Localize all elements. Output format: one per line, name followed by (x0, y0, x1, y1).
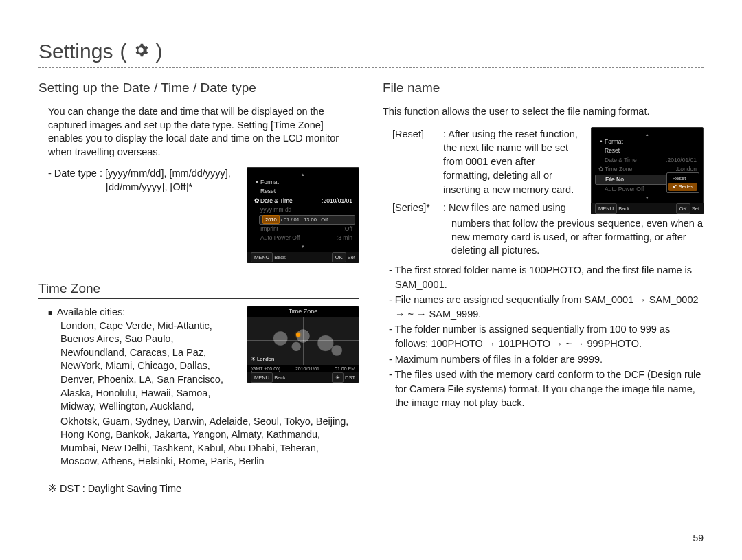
ok-icon: OK (676, 203, 690, 214)
section-heading-filename: File name (383, 80, 704, 98)
datetype-line2: [dd/mm/yyyy], [Off]* (48, 181, 237, 194)
scroll-down-icon: ▾ (251, 243, 355, 249)
note-4: - Maximum numbers of files in a folder a… (385, 352, 704, 367)
bullet-icon: • (598, 138, 605, 146)
option-series-key: [Series]* (392, 201, 443, 214)
gear-icon-small: ✿ (254, 197, 260, 205)
scroll-up-icon: ▴ (595, 131, 699, 137)
lcd-footer: MENU Back OK Set (591, 203, 704, 214)
datetype-text: - Date type : [yyyy/mm/dd], [mm/dd/yyyy]… (38, 167, 237, 194)
cities-list-part2: Okhotsk, Guam, Sydney, Darwin, Adelaide,… (38, 415, 359, 469)
page-title: Settings ( ) (38, 40, 704, 63)
lcd-timezone-preview: Time Zone ☀ London [GMT +00:00] 2010/01/… (247, 306, 359, 383)
check-icon: ✔ (673, 183, 677, 190)
timezone-row: Available cities: London, Cape Verde, Mi… (38, 306, 359, 414)
note-1: - The first stored folder name is 100PHO… (385, 263, 704, 291)
menu-icon: MENU (595, 203, 617, 214)
lcd-imprint: Imprint (260, 225, 343, 233)
notes-list: - The first stored folder name is 100PHO… (383, 263, 704, 410)
title-divider (38, 67, 704, 68)
lcd-date-time: Date & Time (260, 197, 322, 205)
gear-icon (133, 43, 148, 62)
timezone-text: Available cities: London, Cape Verde, Mi… (38, 306, 237, 414)
map-info-bar: [GMT +00:00] 2010/01/01 01:00 PM (247, 365, 359, 372)
columns: Setting up the Date / Time / Date type Y… (38, 80, 704, 496)
dst-note: ※ DST : Daylight Saving Time (38, 482, 359, 496)
right-column: File name This function allows the user … (383, 80, 704, 496)
lcd-datetime-preview: ▴ •Format Reset ✿Date & Time:2010/01/01 … (247, 167, 359, 263)
manual-page: Settings ( ) Setting up the Date / Time … (0, 0, 742, 560)
option-reset-key: [Reset] (392, 127, 443, 197)
bullet-icon: • (254, 179, 260, 186)
map-location-dot (296, 333, 300, 337)
available-cities-label: Available cities: (48, 306, 237, 320)
page-title-text: Settings (38, 40, 113, 63)
note-5: - The files used with the memory card co… (385, 368, 704, 410)
lcd-year-sel: 2010 (262, 215, 280, 224)
ok-icon: OK (332, 252, 346, 262)
lcd-filename-preview: ▴ •Format Reset Date & Time:2010/01/01 ✿… (591, 127, 704, 215)
menu-icon: MENU (251, 372, 273, 383)
option-reset: [Reset] : After using the reset function… (392, 127, 581, 197)
datetype-line1: - Date type : [yyyy/mm/dd], [mm/dd/yyyy]… (48, 167, 237, 181)
option-series-body-part2: numbers that follow the previous sequenc… (383, 217, 704, 258)
gear-icon-small: ✿ (598, 166, 605, 173)
popup-opt-reset: Reset (668, 175, 697, 183)
lcd-format: Format (260, 179, 352, 186)
lcd-autopower: Auto Power Off (260, 234, 337, 242)
page-number: 59 (693, 533, 704, 544)
menu-icon: MENU (251, 252, 273, 262)
lcd-map-title: Time Zone (247, 306, 359, 317)
option-series-body-part1: : New files are named using (443, 201, 581, 214)
title-open-paren: ( (120, 40, 126, 63)
cities-list-part1: London, Cape Verde, Mid-Atlantic, Buenos… (48, 320, 237, 414)
lcd-reset: Reset (260, 188, 352, 195)
world-map-icon: ☀ London (247, 317, 359, 365)
datetype-row: - Date type : [yyyy/mm/dd], [mm/dd/yyyy]… (38, 167, 359, 263)
left-column: Setting up the Date / Time / Date type Y… (38, 80, 359, 496)
lcd-format-hint: yyyy mm dd (260, 206, 291, 214)
filename-intro: This function allows the user to select … (383, 105, 704, 119)
note-2: - File names are assigned sequentially f… (385, 293, 704, 321)
option-series: [Series]* : New files are named using (392, 201, 581, 214)
lcd-fileno-popup: Reset ✔ Series (666, 172, 699, 193)
lcd-footer: MENU Back OK Set (247, 252, 359, 263)
note-3: - The folder number is assigned sequenti… (385, 322, 704, 350)
section-heading-datetime: Setting up the Date / Time / Date type (38, 80, 359, 98)
popup-opt-series: ✔ Series (668, 183, 697, 191)
filename-options-row: [Reset] : After using the reset function… (383, 127, 704, 219)
map-city-label: ☀ London (251, 356, 274, 362)
option-list: [Reset] : After using the reset function… (383, 127, 581, 219)
dst-sun-icon: ☀ (332, 372, 344, 383)
title-close-paren: ) (155, 40, 162, 63)
option-reset-body: : After using the reset function, the ne… (443, 127, 581, 197)
section-heading-timezone: Time Zone (38, 281, 359, 299)
sun-icon: ☀ (251, 356, 256, 362)
scroll-down-icon: ▾ (595, 194, 699, 201)
scroll-up-icon: ▴ (251, 171, 355, 177)
datetime-description: You can change the date and time that wi… (38, 105, 359, 159)
